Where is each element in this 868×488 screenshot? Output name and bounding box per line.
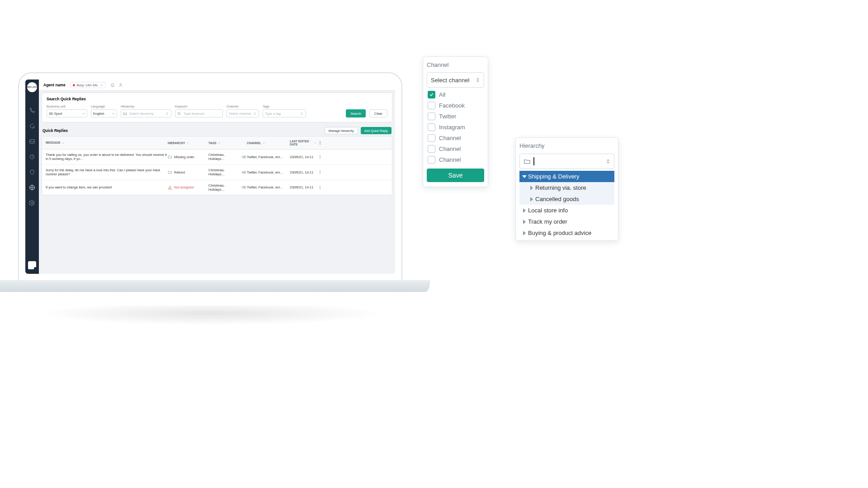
channel-option[interactable]: Channel [427, 155, 484, 164]
hierarchy-popup: Hierarchy Shipping & DeliveryReturning v… [515, 137, 618, 241]
shield-icon[interactable] [28, 169, 36, 176]
table-row[interactable]: If you want to change item, we can proce… [42, 180, 392, 195]
replies-table: MESSAGE HIERARCHY TAGS CHANNEL LAST EDIT… [42, 136, 392, 195]
phone-icon[interactable] [28, 107, 36, 114]
channel-option-label: Facebook [439, 102, 465, 109]
checkbox[interactable] [428, 91, 435, 99]
channel-select[interactable]: Select channel [226, 109, 259, 117]
expand-icon [530, 186, 533, 190]
lang-label: Language [91, 105, 117, 108]
replies-section-head: Quick Replies Manage hierarchy Add Quick… [42, 127, 392, 134]
expand-icon [523, 231, 526, 235]
channel-dropdown[interactable]: Select channel [427, 72, 484, 88]
tree-node[interactable]: Cancelled goods [519, 193, 614, 205]
checkbox[interactable] [428, 102, 435, 109]
search-button[interactable]: Search [346, 109, 366, 117]
channel-option[interactable]: Channel [427, 134, 484, 142]
hierarchy-select[interactable]: Select hierarchy [121, 109, 171, 117]
col-message[interactable]: MESSAGE [46, 141, 168, 145]
channel-option[interactable]: Channel [427, 145, 484, 153]
main-pane: Agent name Busy: 14m 34s Search Quick Re… [39, 80, 395, 274]
row-menu-icon[interactable] [317, 155, 323, 159]
manage-hierarchy-button[interactable]: Manage hierarchy [325, 127, 358, 134]
cell-channel: Twitter, Facebook, em… [247, 170, 290, 174]
topbar-icons [110, 83, 123, 87]
folder-icon [123, 112, 127, 116]
col-channel[interactable]: CHANNEL [247, 141, 290, 145]
channel-option[interactable]: All [427, 90, 484, 99]
col-hierarchy[interactable]: HIERARCHY [168, 141, 208, 145]
search-icon [177, 112, 181, 116]
cell-tags: Christmas, Holidays…+3 [208, 168, 247, 176]
tags-input[interactable]: Type a tag [263, 109, 306, 117]
table-row[interactable]: Sorry for the delay, let me have a look … [42, 165, 392, 180]
language-select[interactable]: English [91, 109, 117, 117]
status-text: Busy: 14m 34s [77, 84, 98, 87]
hierarchy-search-input[interactable] [519, 154, 614, 169]
tags-label: Tags [263, 105, 306, 108]
sidebar-footer-icon[interactable] [28, 261, 36, 269]
col-last-edited[interactable]: LAST EDITED DATE [290, 140, 317, 146]
channel-option[interactable]: Facebook [427, 101, 484, 110]
chat-icon[interactable] [28, 122, 36, 130]
tree-node[interactable]: Shipping & Delivery [519, 171, 614, 182]
tree-node[interactable]: Returning via. store [519, 182, 614, 193]
channel-option-label: Channel [439, 156, 461, 163]
svg-point-15 [320, 173, 320, 174]
cell-message: Sorry for the delay, let me have a look … [46, 168, 168, 177]
folder-icon [524, 158, 531, 165]
topbar: Agent name Busy: 14m 34s [39, 80, 395, 91]
cell-message: Thank you for calling us, you order is a… [46, 153, 168, 161]
bell-icon[interactable] [110, 83, 115, 87]
checkbox[interactable] [428, 145, 435, 153]
clear-button[interactable]: Clear [369, 109, 387, 117]
business-unit-select[interactable]: 3D Sport [47, 109, 87, 117]
checkbox[interactable] [428, 156, 435, 164]
checkbox[interactable] [428, 113, 435, 120]
tree-node-label: Track my order [528, 218, 567, 225]
expand-icon [522, 175, 527, 178]
spinner-icon [253, 112, 257, 116]
image-icon[interactable] [28, 138, 36, 145]
tree-node[interactable]: Track my order [519, 216, 614, 227]
agent-status-selector[interactable]: Busy: 14m 34s [70, 82, 106, 88]
laptop-base [0, 280, 429, 292]
add-quick-reply-button[interactable]: Add Quick Reply [361, 127, 392, 134]
channel-list: AllFacebookTwitterInstagramChannelChanne… [427, 90, 484, 164]
settings-icon[interactable] [28, 199, 36, 206]
channel-option[interactable]: Twitter [427, 112, 484, 121]
svg-point-3 [31, 187, 33, 188]
svg-point-7 [320, 141, 320, 141]
svg-point-19 [320, 188, 320, 189]
tree-node-label: Returning via. store [535, 184, 586, 191]
spinner-icon [300, 112, 304, 116]
checkbox[interactable] [428, 134, 435, 142]
user-icon[interactable] [118, 83, 123, 87]
svg-point-11 [320, 157, 320, 157]
svg-point-4 [31, 202, 33, 204]
cell-channel: Twitter, Facebook, em… [247, 155, 290, 159]
keyword-input[interactable]: Type keyword [175, 109, 223, 117]
channel-option[interactable]: Instagram [427, 123, 484, 131]
knowledge-icon[interactable] [28, 184, 36, 191]
tree-node[interactable]: Local store info [519, 205, 614, 216]
header-menu-icon[interactable] [317, 141, 323, 145]
svg-point-12 [320, 158, 320, 159]
row-menu-icon[interactable] [317, 185, 323, 190]
tree-node-label: Buying & product advice [528, 230, 591, 236]
col-tags[interactable]: TAGS [208, 141, 247, 145]
cell-edited: 23/05/21, 14:11 [290, 155, 317, 159]
warning-icon [168, 185, 172, 190]
spinner-icon [605, 158, 611, 164]
spinner-icon [165, 112, 169, 116]
clock-icon[interactable] [28, 153, 36, 160]
cell-tags: Christmas, Holidays…+3 [208, 153, 247, 161]
tree-node[interactable]: Buying & product advice [519, 227, 614, 239]
checkbox[interactable] [428, 123, 435, 131]
row-menu-icon[interactable] [317, 170, 323, 174]
laptop-mock: ADD LOGO Agent name Busy: 14m 34s [18, 72, 402, 292]
svg-point-10 [320, 155, 320, 156]
agent-name-label: Agent name [43, 83, 66, 87]
channel-save-button[interactable]: Save [427, 169, 484, 182]
table-row[interactable]: Thank you for calling us, you order is a… [42, 150, 392, 165]
